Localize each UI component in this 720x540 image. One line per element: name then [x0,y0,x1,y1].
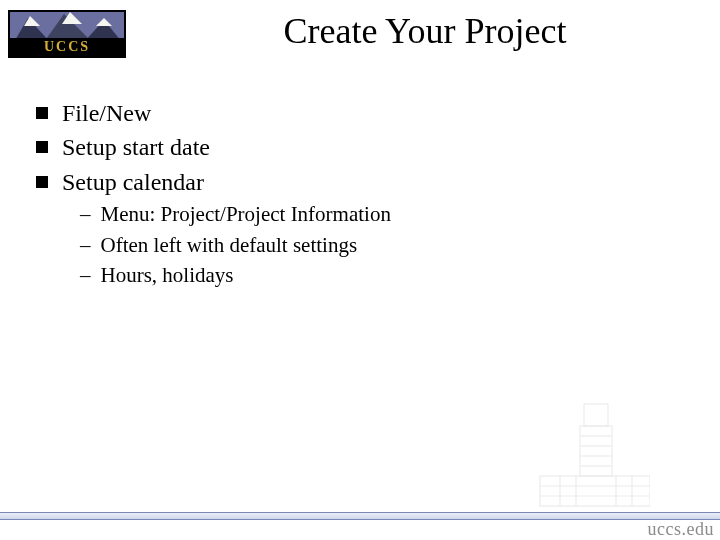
dash-bullet-icon: – [80,261,91,289]
footer-divider [0,512,720,520]
logo-text: UCCS [10,38,124,56]
uccs-logo: UCCS [8,10,126,58]
square-bullet-icon [36,107,48,119]
footer-url: uccs.edu [648,519,714,540]
sub-bullet-item: – Menu: Project/Project Information [80,200,680,228]
square-bullet-icon [36,176,48,188]
tower-graphic [530,394,650,514]
dash-bullet-icon: – [80,231,91,259]
slide: UCCS Create Your Project File/New Setup … [0,0,720,540]
bullet-item: File/New [36,97,680,129]
sub-bullet-text: Often left with default settings [101,231,358,259]
logo-mountains [10,12,124,40]
svg-rect-1 [580,426,612,476]
sub-bullet-text: Hours, holidays [101,261,234,289]
sub-bullet-item: – Often left with default settings [80,231,680,259]
bullet-item: Setup calendar [36,166,680,198]
slide-body: File/New Setup start date Setup calendar… [36,95,680,291]
bullet-item: Setup start date [36,131,680,163]
svg-rect-0 [584,404,608,426]
dash-bullet-icon: – [80,200,91,228]
bullet-text: Setup calendar [62,166,204,198]
square-bullet-icon [36,141,48,153]
bullet-text: File/New [62,97,151,129]
bullet-text: Setup start date [62,131,210,163]
slide-title: Create Your Project [150,10,700,52]
sub-bullet-text: Menu: Project/Project Information [101,200,391,228]
svg-rect-6 [540,476,650,506]
sub-bullet-item: – Hours, holidays [80,261,680,289]
